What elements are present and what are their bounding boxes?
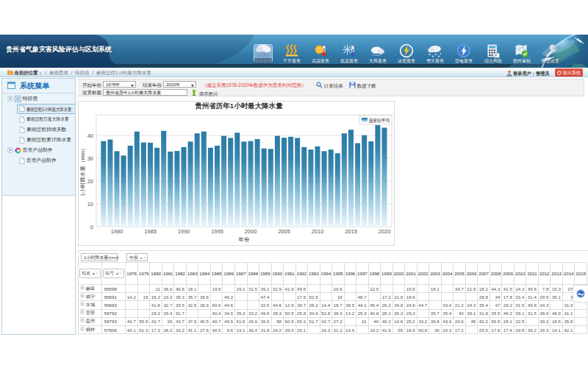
svg-text:2000: 2000 bbox=[245, 228, 257, 235]
svg-text:1小时降水量（mm）: 1小时降水量（mm） bbox=[79, 145, 86, 196]
svg-text:1980: 1980 bbox=[111, 228, 123, 235]
svg-text:年份: 年份 bbox=[238, 236, 251, 243]
svg-text:2010: 2010 bbox=[312, 228, 324, 235]
svg-text:2015: 2015 bbox=[345, 228, 357, 235]
svg-text:1990: 1990 bbox=[178, 228, 190, 235]
svg-text:国家站平均: 国家站平均 bbox=[369, 118, 390, 124]
svg-text:20: 20 bbox=[87, 178, 93, 185]
svg-text:40: 40 bbox=[87, 132, 93, 139]
svg-text:1995: 1995 bbox=[211, 228, 223, 235]
svg-text:2005: 2005 bbox=[278, 228, 290, 235]
svg-text:贵州省历年1小时最大降水量: 贵州省历年1小时最大降水量 bbox=[195, 102, 283, 110]
svg-text:10: 10 bbox=[87, 201, 93, 208]
svg-text:0: 0 bbox=[90, 224, 93, 230]
svg-text:2020: 2020 bbox=[379, 228, 391, 235]
svg-text:1985: 1985 bbox=[144, 228, 157, 235]
svg-text:30: 30 bbox=[87, 155, 93, 162]
